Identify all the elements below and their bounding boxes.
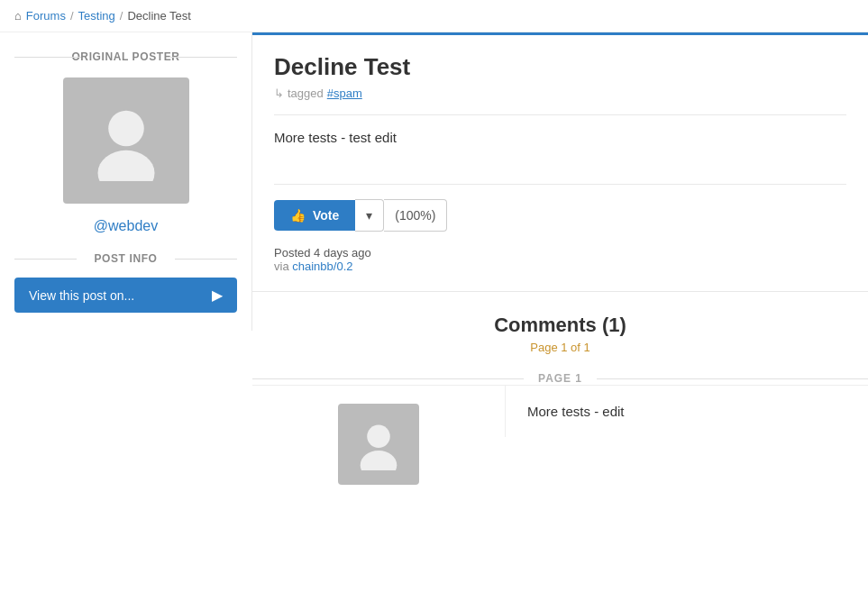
svg-point-1: [97, 150, 154, 181]
breadcrumb: ⌂ Forums / Testing / Decline Test: [0, 0, 868, 32]
view-post-label: View this post on...: [29, 288, 134, 303]
page-divider-row: PAGE 1: [252, 372, 868, 385]
avatar-icon: [86, 100, 167, 181]
comment-item: More tests - edit: [252, 385, 868, 503]
tag-arrow-icon: ↳: [274, 87, 284, 100]
vote-button[interactable]: 👍 Vote: [274, 200, 355, 231]
post-meta: Posted 4 days ago via chainbb/0.2: [274, 246, 846, 273]
comment-avatar-icon: [352, 418, 405, 470]
breadcrumb-section-link[interactable]: Testing: [78, 9, 115, 23]
comment-avatar-area: [252, 386, 505, 503]
breadcrumb-sep2: /: [120, 9, 123, 23]
chevron-down-icon: ▾: [366, 208, 372, 223]
svg-point-3: [361, 451, 397, 470]
breadcrumb-home-link[interactable]: Forums: [26, 9, 66, 23]
tag-link[interactable]: #spam: [327, 87, 362, 100]
avatar: [63, 77, 189, 204]
page-label: PAGE 1: [524, 372, 597, 385]
comments-title: Comments (1): [274, 314, 846, 337]
post-info-label: POST INFO: [14, 252, 237, 265]
vote-label: Vote: [313, 208, 339, 223]
comments-page-info: Page 1 of 1: [274, 341, 846, 354]
comment-content: More tests - edit: [505, 386, 868, 437]
comments-section: Comments (1) Page 1 of 1 PAGE 1: [252, 292, 868, 524]
home-icon: ⌂: [14, 9, 22, 23]
breadcrumb-current: Decline Test: [127, 9, 191, 23]
breadcrumb-sep1: /: [70, 9, 74, 23]
view-post-arrow-icon: ▶: [212, 287, 223, 304]
post-divider: [274, 114, 846, 115]
content-area: Decline Test ↳ tagged #spam More tests -…: [252, 32, 868, 524]
comment-avatar: [338, 404, 419, 485]
vote-row: 👍 Vote ▾ (100%): [274, 199, 846, 232]
avatar-container: [14, 77, 237, 204]
via-link[interactable]: chainbb/0.2: [292, 260, 352, 273]
view-post-button[interactable]: View this post on... ▶: [14, 278, 237, 313]
comments-header: Comments (1) Page 1 of 1: [252, 314, 868, 354]
tagged-label: tagged: [288, 87, 324, 100]
sidebar: ORIGINAL POSTER @webdev POST INFO View t…: [0, 32, 252, 331]
post-body: More tests - test edit: [274, 130, 846, 166]
post-area: Decline Test ↳ tagged #spam More tests -…: [252, 35, 868, 292]
username: @webdev: [14, 218, 237, 234]
original-poster-label: ORIGINAL POSTER: [14, 50, 237, 63]
thumbs-up-icon: 👍: [290, 208, 306, 223]
vote-divider: [274, 184, 846, 185]
svg-point-2: [367, 425, 390, 449]
post-title: Decline Test: [274, 53, 846, 81]
tagged-line: ↳ tagged #spam: [274, 87, 846, 100]
posted-time: Posted 4 days ago: [274, 246, 371, 260]
vote-dropdown[interactable]: ▾: [355, 199, 384, 232]
comment-body: More tests - edit: [527, 404, 846, 419]
vote-percent: (100%): [384, 199, 447, 232]
via-label: via: [274, 260, 289, 273]
main-layout: ORIGINAL POSTER @webdev POST INFO View t…: [0, 32, 868, 524]
svg-point-0: [108, 111, 144, 147]
